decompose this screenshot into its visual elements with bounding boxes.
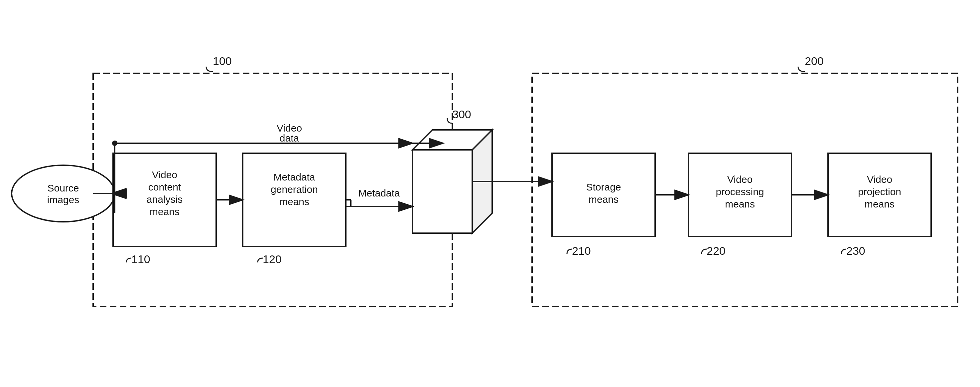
ref-230-label: 230 xyxy=(846,245,865,257)
diagram-container: 100 200 Source images Video content anal… xyxy=(0,0,980,387)
block-220-text1: Video xyxy=(727,174,752,185)
block-230-text3: means xyxy=(865,198,894,209)
block-110-text4: means xyxy=(150,206,180,217)
block-120-text1: Metadata xyxy=(274,171,315,182)
ref-200-label: 200 xyxy=(805,54,824,67)
block-210-text1: Storage xyxy=(586,182,621,192)
block-120-text2: generation xyxy=(271,184,318,195)
video-data-label-line2: data xyxy=(280,133,299,144)
metadata-label: Metadata xyxy=(358,187,400,198)
source-images-label-line2: images xyxy=(47,194,80,205)
block-300-front xyxy=(412,150,472,233)
ref-100-label: 100 xyxy=(213,54,232,67)
block-230-text1: Video xyxy=(867,174,892,185)
ref-300-label: 300 xyxy=(452,108,471,121)
block-110-text3: analysis xyxy=(146,194,183,205)
block-110-text2: content xyxy=(148,182,181,192)
block-220-text2: processing xyxy=(716,186,764,197)
ref-110-label: 110 xyxy=(131,253,150,265)
video-data-label-line1: Video xyxy=(277,123,302,134)
block-120-text3: means xyxy=(279,196,309,207)
block-210-text2: means xyxy=(589,194,619,205)
ref-120-label: 120 xyxy=(263,253,282,265)
source-images-label-line1: Source xyxy=(47,182,79,194)
block-230-text2: projection xyxy=(858,186,901,197)
ref-220-label: 220 xyxy=(706,245,725,257)
block-220-text3: means xyxy=(725,198,755,209)
block-110-text1: Video xyxy=(152,169,177,180)
ref-210-label: 210 xyxy=(572,245,591,257)
junction-dot-top xyxy=(112,141,118,146)
